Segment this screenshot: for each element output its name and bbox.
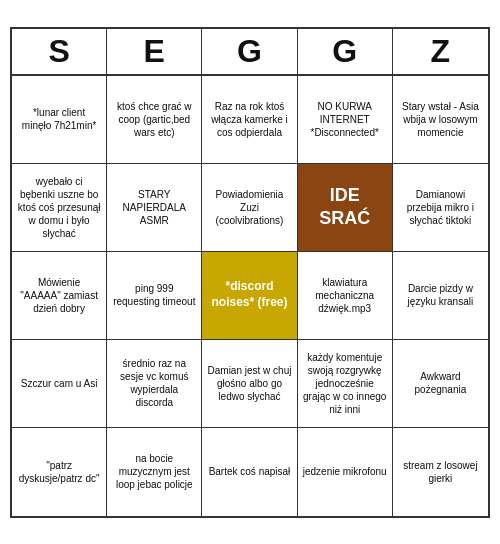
bingo-cell-7: Powiadomienia Zuzi (coolvibrations): [202, 164, 297, 252]
header-letter-e: E: [107, 29, 202, 74]
bingo-cell-9: Damianowi przebija mikro i słychać tikto…: [393, 164, 488, 252]
bingo-cell-3: NO KURWA INTERNET *Disconnected*: [298, 76, 393, 164]
header-letter-z: Z: [393, 29, 488, 74]
bingo-grid: *lunar client minęło 7h21min*ktoś chce g…: [12, 76, 488, 516]
header-letter-g: G: [298, 29, 393, 74]
bingo-cell-17: Damian jest w chuj głośno albo go ledwo …: [202, 340, 297, 428]
bingo-cell-11: ping 999 requesting timeout: [107, 252, 202, 340]
bingo-cell-12: *discord noises* (free): [202, 252, 297, 340]
bingo-cell-8: IDE SRAĆ: [298, 164, 393, 252]
bingo-cell-24: stream z losowej gierki: [393, 428, 488, 516]
bingo-cell-14: Darcie pizdy w języku kransali: [393, 252, 488, 340]
bingo-cell-15: Szczur cam u Asi: [12, 340, 107, 428]
bingo-cell-20: "patrz dyskusje/patrz dc": [12, 428, 107, 516]
bingo-cell-2: Raz na rok ktoś włącza kamerke i cos odp…: [202, 76, 297, 164]
bingo-cell-23: jedzenie mikrofonu: [298, 428, 393, 516]
bingo-cell-13: klawiatura mechaniczna dźwięk.mp3: [298, 252, 393, 340]
bingo-cell-5: wyebało ci bębenki uszne bo ktoś coś prz…: [12, 164, 107, 252]
header-letter-g: G: [202, 29, 297, 74]
header-letter-s: S: [12, 29, 107, 74]
bingo-cell-16: średnio raz na sesje vc komuś wypierdala…: [107, 340, 202, 428]
bingo-cell-1: ktoś chce grać w coop (gartic,bed wars e…: [107, 76, 202, 164]
bingo-cell-0: *lunar client minęło 7h21min*: [12, 76, 107, 164]
bingo-cell-22: Bartek coś napisał: [202, 428, 297, 516]
bingo-cell-21: na bocie muzycznym jest loop jebac polic…: [107, 428, 202, 516]
bingo-cell-10: Mówienie "AAAAA" zamiast dzień dobry: [12, 252, 107, 340]
bingo-cell-4: Stary wstał - Asia wbija w losowym momen…: [393, 76, 488, 164]
bingo-cell-19: Awkward pożegnania: [393, 340, 488, 428]
bingo-card: SEGGZ *lunar client minęło 7h21min*ktoś …: [10, 27, 490, 518]
bingo-cell-18: każdy komentuje swoją rozgrywkę jednocze…: [298, 340, 393, 428]
header-row: SEGGZ: [12, 29, 488, 76]
bingo-cell-6: STARY NAPIERDALA ASMR: [107, 164, 202, 252]
